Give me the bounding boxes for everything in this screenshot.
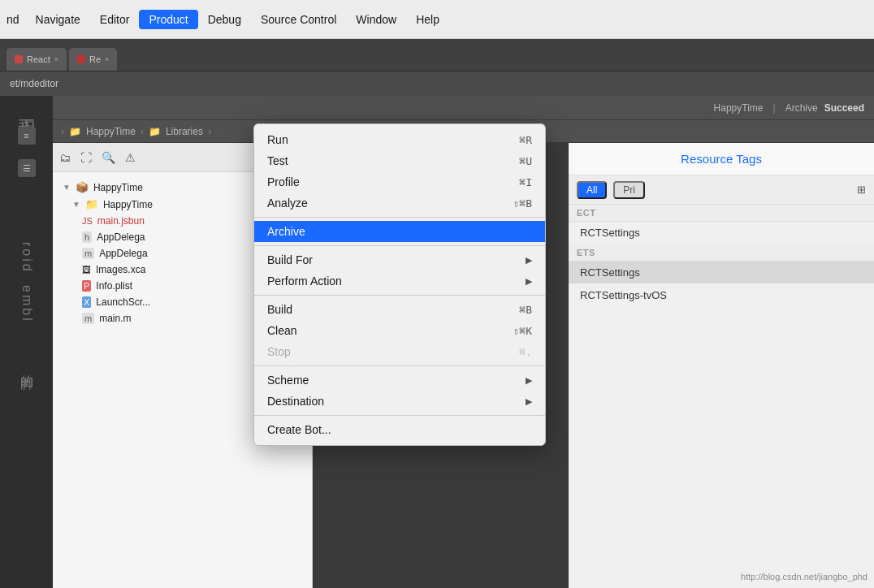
tag-item-rctsettings2[interactable]: RCTSettings	[569, 262, 874, 284]
menu-item-scheme-arrow: ▶	[526, 375, 532, 386]
menu-editor[interactable]: Editor	[90, 10, 140, 29]
watermark: http://blog.csdn.net/jiangbo_phd	[741, 572, 868, 582]
right-panel: Resource Tags All Pri ⊞ ECT RCTSettings …	[569, 143, 874, 588]
menu-item-test-shortcut: ⌘U	[519, 155, 532, 167]
menu-item-build-for[interactable]: Build For ▶	[254, 249, 545, 270]
menu-item-profile-shortcut: ⌘I	[519, 176, 532, 188]
menu-item-destination[interactable]: Destination ▶	[254, 391, 545, 412]
menu-item-analyze[interactable]: Analyze ⇧⌘B	[254, 192, 545, 214]
menu-item-run-label: Run	[267, 133, 288, 146]
menu-item-test-label: Test	[267, 154, 288, 167]
bc2-folder-icon: 📁	[69, 126, 81, 137]
tree-label-root: HappyTime	[93, 182, 143, 193]
icon-list2: ☰	[18, 159, 36, 177]
menu-item-build-shortcut: ⌘B	[519, 304, 532, 316]
menu-item-stop[interactable]: Stop ⌘.	[254, 341, 545, 362]
icon-list: ≡	[18, 127, 36, 145]
tree-icon-js: JS	[82, 216, 93, 226]
menu-help[interactable]: Help	[406, 10, 449, 29]
tab-re-close[interactable]: ×	[105, 55, 109, 63]
menu-item-clean-shortcut: ⇧⌘K	[513, 325, 532, 337]
tree-label-appdelega2: AppDelega	[99, 248, 147, 259]
tree-arrow-child: ▼	[72, 200, 80, 209]
menu-item-build-for-label: Build For	[267, 253, 313, 266]
tree-icon-h: h	[82, 231, 92, 243]
icon-row: ≡ ☰	[18, 127, 36, 177]
menu-debug[interactable]: Debug	[198, 10, 251, 29]
tag-item-rctsettings1[interactable]: RCTSettings	[569, 222, 874, 244]
tree-arrow-root: ▼	[63, 183, 71, 192]
tab-re-label: Re	[89, 54, 101, 64]
resource-tags-title: Resource Tags	[569, 143, 874, 175]
menu-item-profile[interactable]: Profile ⌘I	[254, 171, 545, 192]
menu-item-build-for-arrow: ▶	[526, 255, 532, 266]
menu-nd: nd	[0, 10, 26, 29]
icon-folder[interactable]: 🗂	[59, 151, 71, 164]
tab-re[interactable]: Re ×	[69, 48, 117, 71]
menu-item-create-bot-label: Create Bot...	[267, 423, 331, 436]
tag-item-rctsettings-tvos[interactable]: RCTSettings-tvOS	[569, 284, 874, 307]
tree-label-mainjsbun: main.jsbun	[97, 215, 145, 227]
menu-item-build[interactable]: Build ⌘B	[254, 299, 545, 320]
menu-item-perform-action-label: Perform Action	[267, 275, 342, 288]
menu-item-scheme-label: Scheme	[267, 374, 309, 387]
icon-hierarchy[interactable]: ⛶	[80, 151, 92, 164]
menu-navigate[interactable]: Navigate	[26, 10, 90, 29]
tags-filter-icon[interactable]: ⊞	[857, 184, 866, 196]
breadcrumb-path: et/mdeditor	[10, 78, 58, 89]
menu-item-test[interactable]: Test ⌘U	[254, 150, 545, 171]
tree-label-happytime: HappyTime	[103, 199, 153, 210]
menu-item-run[interactable]: Run ⌘R	[254, 129, 545, 150]
menu-item-archive[interactable]: Archive	[254, 221, 545, 242]
tag-btn-pri[interactable]: Pri	[613, 181, 645, 199]
menu-item-clean[interactable]: Clean ⇧⌘K	[254, 320, 545, 341]
section-ect: ECT	[569, 205, 874, 222]
bc2-arrow2: ›	[141, 126, 144, 137]
archive-label: Archive	[785, 102, 818, 114]
tag-btn-all[interactable]: All	[577, 181, 607, 199]
archive-status: Succeed	[824, 102, 864, 114]
tree-icon-xib: X	[82, 296, 91, 308]
tab-react-close[interactable]: ×	[54, 55, 58, 63]
tree-label-mainm: main.m	[99, 313, 131, 324]
tree-icon-assets: 🖼	[82, 265, 91, 275]
icon-search-sidebar[interactable]: 🔍	[102, 151, 115, 164]
menu-item-perform-action[interactable]: Perform Action ▶	[254, 270, 545, 292]
bc2-arrow3: ›	[208, 126, 211, 137]
menu-item-profile-label: Profile	[267, 175, 300, 188]
archive-header: HappyTime | Archive Succeed	[53, 96, 874, 120]
tree-icon-plist: P	[82, 280, 91, 292]
separator-5	[254, 415, 545, 416]
section-ets: ETS	[569, 244, 874, 262]
menu-item-run-shortcut: ⌘R	[519, 134, 532, 146]
menu-item-stop-shortcut: ⌘.	[519, 346, 532, 358]
menu-item-create-bot[interactable]: Create Bot...	[254, 419, 545, 440]
desktop-tabs: React × Re ×	[0, 39, 874, 71]
tab-re-icon	[77, 55, 85, 63]
tree-icon-m: m	[82, 248, 94, 259]
menu-product[interactable]: Product	[139, 10, 197, 29]
tree-label-appdelega1: AppDelega	[97, 231, 145, 243]
separator-3	[254, 295, 545, 296]
menu-item-destination-label: Destination	[267, 395, 324, 408]
tab-react-label: React	[27, 54, 50, 64]
menu-item-stop-label: Stop	[267, 345, 291, 358]
tab-react[interactable]: React ×	[6, 48, 67, 71]
menu-source-control[interactable]: Source Control	[251, 10, 346, 29]
menu-item-build-label: Build	[267, 303, 292, 316]
os-menubar: nd Navigate Editor Product Debug Source …	[0, 0, 874, 39]
menu-window[interactable]: Window	[346, 10, 406, 29]
desktop-breadcrumb: et/mdeditor	[0, 71, 874, 96]
tags-toolbar: All Pri ⊞	[569, 175, 874, 205]
bc2-folder-icon2: 📁	[149, 126, 161, 137]
bc2-folder: Libraries	[166, 126, 203, 137]
tree-label-launchscreen: LaunchScr...	[96, 296, 150, 308]
left-text-de: 的脚	[18, 365, 35, 370]
product-dropdown-menu: Run ⌘R Test ⌘U Profile ⌘I Analyze ⇧⌘B Ar…	[253, 123, 546, 446]
menu-item-scheme[interactable]: Scheme ▶	[254, 370, 545, 391]
left-text-roid: roid	[19, 242, 34, 274]
tree-icon-folder: 📁	[85, 198, 98, 210]
menu-item-analyze-shortcut: ⇧⌘B	[513, 197, 532, 210]
archive-project: HappyTime	[714, 102, 764, 114]
icon-warning-sidebar[interactable]: ⚠	[125, 151, 136, 164]
